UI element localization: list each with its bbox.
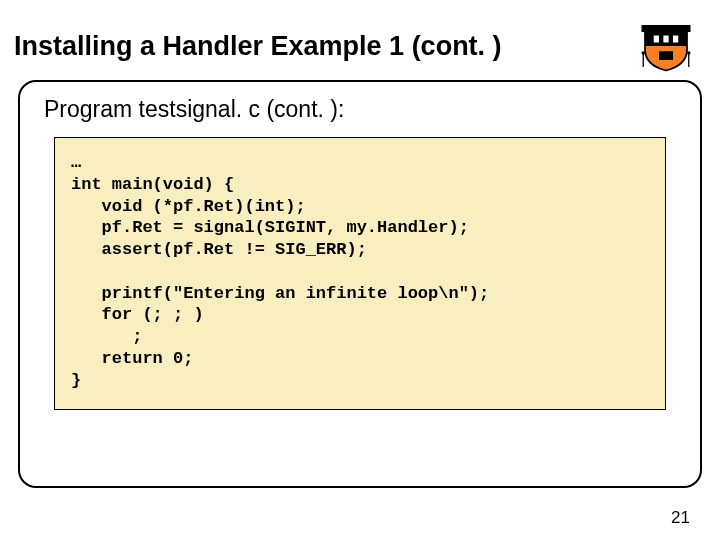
svg-rect-1 — [654, 36, 659, 43]
svg-rect-2 — [663, 36, 668, 43]
slide-title: Installing a Handler Example 1 (cont. ) — [14, 31, 502, 62]
subtitle: Program testsignal. c (cont. ): — [44, 96, 680, 123]
title-row: Installing a Handler Example 1 (cont. ) — [0, 0, 720, 80]
svg-rect-0 — [642, 25, 691, 32]
princeton-shield-icon — [638, 18, 694, 74]
svg-rect-4 — [659, 51, 673, 60]
content-frame: Program testsignal. c (cont. ): … int ma… — [18, 80, 702, 488]
slide: Installing a Handler Example 1 (cont. ) … — [0, 0, 720, 540]
svg-rect-3 — [673, 36, 678, 43]
code-block: … int main(void) { void (*pf.Ret)(int); … — [54, 137, 666, 410]
page-number: 21 — [671, 508, 690, 528]
